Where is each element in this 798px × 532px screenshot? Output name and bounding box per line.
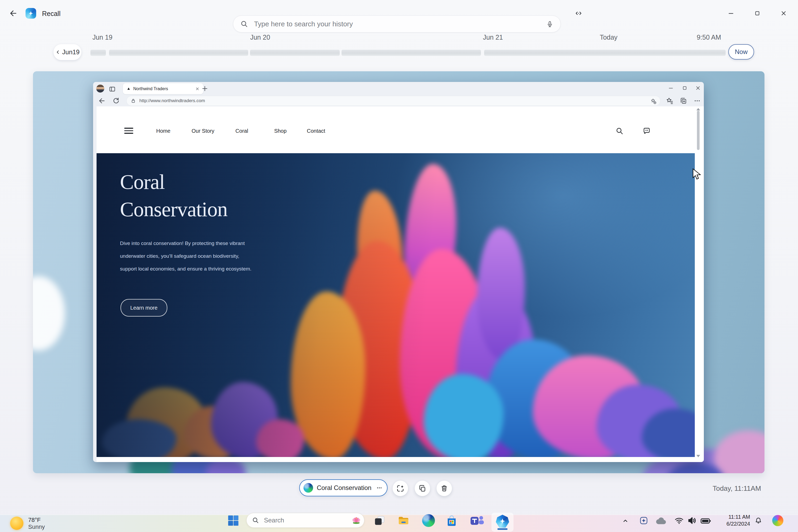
clock-time: 11:11 AM: [714, 513, 750, 520]
volume-icon: [687, 515, 697, 526]
site-nav-contact[interactable]: Contact: [307, 128, 325, 134]
tab-close-icon[interactable]: [195, 87, 200, 91]
url-text: http://www.northwindtraders.com: [139, 98, 205, 103]
active-app-indicator: [497, 528, 508, 530]
wifi-icon: [674, 516, 684, 525]
hero-description: Dive into coral conservation! By protect…: [120, 237, 251, 275]
tray-studio-effects[interactable]: [639, 516, 648, 525]
scroll-code-icon[interactable]: [573, 8, 584, 19]
address-bar[interactable]: http://www.northwindtraders.com: [126, 96, 661, 106]
plus-icon: [201, 85, 209, 92]
browser-maximize-button[interactable]: [680, 84, 689, 92]
timeline-date-label: Jun 19: [92, 34, 112, 41]
taskbar-search-box[interactable]: [246, 513, 364, 528]
wallpaper-shape: [714, 431, 764, 473]
site-nav-shop[interactable]: Shop: [274, 128, 287, 134]
browser-menu-icon[interactable]: [693, 97, 701, 105]
snapshot-image[interactable]: Northwind Traders: [33, 71, 764, 473]
timeline-time-label: 9:50 AM: [697, 34, 721, 41]
site-nav-coral[interactable]: Coral: [235, 128, 248, 134]
browser-refresh-button[interactable]: [112, 97, 120, 105]
windows-start-icon: [227, 515, 239, 527]
maximize-button[interactable]: [752, 8, 763, 19]
tray-wifi[interactable]: [674, 516, 684, 525]
now-button[interactable]: Now: [728, 44, 754, 60]
taskbar-store[interactable]: [444, 513, 459, 528]
taskbar-start-button[interactable]: [226, 513, 241, 528]
favorites-icon[interactable]: [666, 97, 673, 105]
delete-button[interactable]: [437, 481, 452, 496]
browser-close-button[interactable]: [694, 84, 702, 92]
new-tab-button[interactable]: [201, 85, 209, 92]
chevron-left-icon: [55, 50, 61, 55]
taskbar-copilot[interactable]: [772, 515, 783, 526]
more-options-icon[interactable]: [376, 484, 383, 491]
site-chat-icon[interactable]: [642, 127, 651, 135]
close-button[interactable]: [778, 8, 789, 19]
wallpaper-shape: [33, 276, 65, 350]
screenray-button[interactable]: [393, 481, 408, 496]
scrollbar-thumb[interactable]: [697, 111, 700, 150]
scroll-down-icon[interactable]: [697, 455, 700, 457]
timeline-segment[interactable]: [484, 50, 726, 56]
timeline-segment[interactable]: [250, 50, 340, 56]
tray-notifications[interactable]: [754, 517, 762, 525]
source-app-pill[interactable]: Coral Conservation: [299, 479, 387, 496]
tray-onedrive[interactable]: [655, 515, 667, 527]
minimize-button[interactable]: [726, 8, 736, 19]
tray-clock[interactable]: 11:11 AM 6/22/2024: [714, 513, 750, 527]
taskbar-edge[interactable]: [421, 513, 436, 528]
taskbar-file-explorer[interactable]: [396, 513, 411, 528]
taskbar-task-view[interactable]: [373, 513, 387, 528]
collections-icon[interactable]: [679, 97, 687, 105]
workspaces-icon[interactable]: [109, 86, 116, 93]
recall-app-window: Recall Jun 19 Jun 20 Jun 21 Today 9:50 A…: [0, 0, 798, 532]
site-nav-our-story[interactable]: Our Story: [191, 128, 214, 134]
tray-volume[interactable]: [687, 515, 697, 526]
tray-battery[interactable]: [700, 515, 711, 527]
site-favicon: [127, 87, 131, 91]
recall-icon: [496, 514, 509, 528]
page-title: Recall: [42, 10, 60, 18]
timeline-segment[interactable]: [91, 50, 106, 56]
mouse-cursor: [692, 168, 701, 180]
history-search-input[interactable]: [253, 20, 554, 28]
top-bar: Recall: [0, 0, 798, 28]
microphone-icon[interactable]: [546, 20, 554, 28]
teams-icon: [470, 514, 484, 528]
cloud-icon: [655, 515, 667, 527]
copy-button[interactable]: [415, 481, 430, 496]
sun-icon: [10, 517, 23, 530]
lock-icon: [130, 98, 136, 104]
site-nav-home[interactable]: Home: [156, 128, 170, 134]
jump-back-date-button[interactable]: Jun19: [54, 44, 81, 60]
history-search-bar[interactable]: [233, 15, 561, 33]
timeline-segment[interactable]: [109, 50, 248, 56]
learn-more-button[interactable]: Learn more: [120, 299, 167, 317]
copilot-icon: [772, 515, 783, 526]
snapshot-timestamp: Today, 11:11AM: [705, 484, 769, 493]
browser-window: Northwind Traders: [93, 82, 704, 462]
browser-tab[interactable]: Northwind Traders: [123, 83, 203, 94]
site-menu-icon[interactable]: [124, 128, 133, 134]
now-button-label: Now: [735, 48, 747, 56]
page-scrollbar[interactable]: [695, 107, 704, 462]
taskbar-recall-active[interactable]: [492, 513, 513, 531]
taskbar-weather-widget[interactable]: 78°F Sunny: [8, 515, 77, 531]
site-search-icon[interactable]: [615, 127, 624, 135]
add-favorite-icon[interactable]: [650, 98, 657, 104]
browser-minimize-button[interactable]: [667, 84, 675, 92]
scroll-up-icon[interactable]: [697, 108, 700, 110]
copy-icon: [418, 484, 426, 492]
trash-icon: [440, 484, 448, 492]
back-button[interactable]: [8, 8, 19, 19]
taskbar-search-input[interactable]: [263, 516, 347, 524]
tray-show-hidden-icons[interactable]: [622, 517, 629, 525]
browser-back-button[interactable]: [98, 97, 106, 105]
timeline-segment[interactable]: [342, 50, 481, 56]
browser-profile-avatar[interactable]: [96, 84, 104, 93]
chevron-up-icon: [622, 517, 629, 525]
timeline-date-label: Jun 20: [250, 34, 270, 41]
screenray-icon: [396, 484, 404, 493]
taskbar-teams[interactable]: [470, 513, 484, 528]
